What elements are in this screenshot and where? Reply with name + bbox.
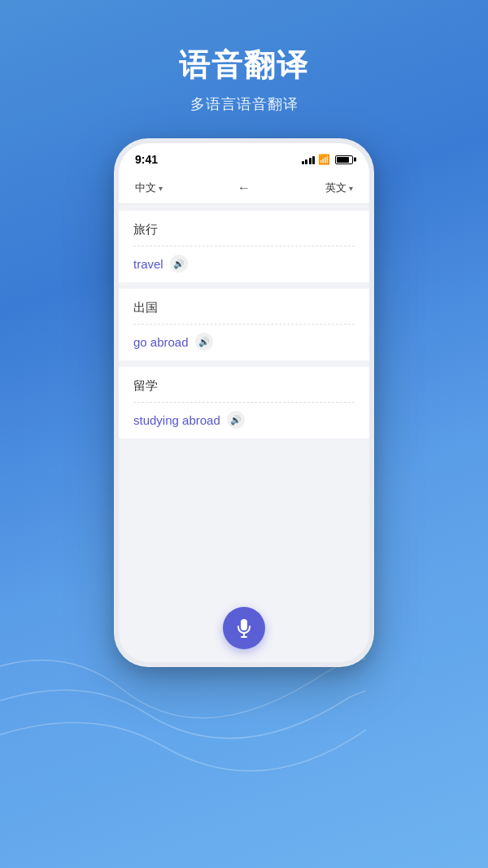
divider-2 bbox=[133, 324, 355, 325]
source-language-label: 中文 bbox=[135, 181, 156, 195]
phone-mockup: 9:41 📶 中文 ▾ ← bbox=[114, 138, 374, 667]
swap-language-button[interactable]: ← bbox=[237, 181, 251, 195]
status-icons: 📶 bbox=[302, 154, 354, 165]
speaker-button-1[interactable]: 🔊 bbox=[170, 255, 188, 273]
speaker-button-2[interactable]: 🔊 bbox=[195, 333, 213, 351]
language-bar: 中文 ▾ ← 英文 ▾ bbox=[119, 172, 369, 204]
divider-3 bbox=[133, 402, 355, 403]
source-lang-dropdown-icon: ▾ bbox=[159, 184, 163, 193]
speaker-icon-3: 🔊 bbox=[230, 415, 242, 425]
app-title: 语音翻译 bbox=[179, 45, 309, 86]
speaker-button-3[interactable]: 🔊 bbox=[227, 411, 245, 429]
signal-icon bbox=[302, 155, 316, 164]
translation-list: 旅行 travel 🔊 出国 go abroad bbox=[119, 204, 369, 594]
status-bar: 9:41 📶 bbox=[119, 143, 369, 172]
source-text-1: 旅行 bbox=[133, 222, 355, 238]
wifi-icon: 📶 bbox=[318, 154, 330, 165]
translation-item-3: 留学 studying abroad 🔊 bbox=[119, 367, 369, 438]
translated-text-2: go abroad bbox=[133, 335, 189, 349]
translated-text-3: studying abroad bbox=[133, 413, 220, 427]
source-language-selector[interactable]: 中文 ▾ bbox=[135, 181, 163, 195]
mic-icon bbox=[234, 618, 254, 638]
source-text-2: 出国 bbox=[133, 300, 355, 316]
target-lang-dropdown-icon: ▾ bbox=[349, 184, 353, 193]
status-time: 9:41 bbox=[135, 153, 158, 166]
source-text-3: 留学 bbox=[133, 378, 355, 394]
speaker-icon-1: 🔊 bbox=[173, 259, 185, 269]
phone-screen: 9:41 📶 中文 ▾ ← bbox=[119, 143, 369, 662]
battery-icon bbox=[335, 155, 353, 164]
app-subtitle: 多语言语音翻译 bbox=[179, 94, 309, 114]
translated-text-1: travel bbox=[133, 257, 163, 271]
target-language-selector[interactable]: 英文 ▾ bbox=[325, 181, 353, 195]
speaker-icon-2: 🔊 bbox=[198, 337, 210, 347]
app-header: 语音翻译 多语言语音翻译 bbox=[179, 0, 309, 130]
mic-area bbox=[119, 594, 369, 662]
translated-row-1: travel 🔊 bbox=[133, 255, 355, 273]
translated-row-3: studying abroad 🔊 bbox=[133, 411, 355, 429]
translation-item-1: 旅行 travel 🔊 bbox=[119, 211, 369, 282]
translation-item-2: 出国 go abroad 🔊 bbox=[119, 289, 369, 360]
mic-button[interactable] bbox=[223, 607, 265, 649]
target-language-label: 英文 bbox=[325, 181, 346, 195]
divider-1 bbox=[133, 246, 355, 246]
translated-row-2: go abroad 🔊 bbox=[133, 333, 355, 351]
